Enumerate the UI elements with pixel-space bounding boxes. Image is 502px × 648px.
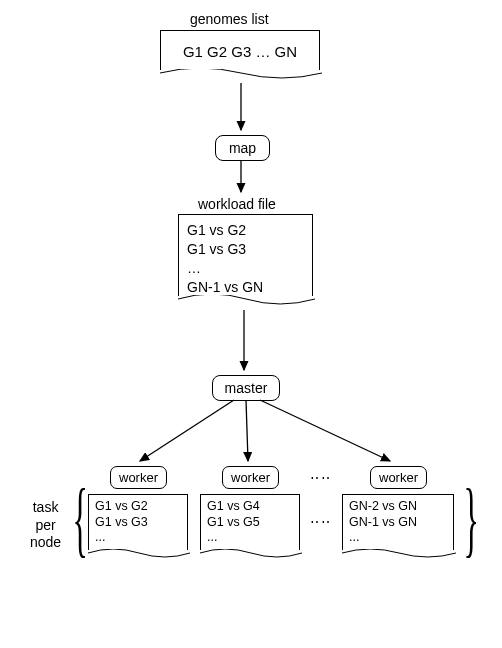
- doc-wave-icon: [342, 549, 456, 563]
- task1-l2: G1 vs G3: [95, 515, 183, 531]
- brace-left-icon: {: [73, 472, 88, 568]
- workload-line-4: GN-1 vs GN: [187, 278, 304, 297]
- master-node: master: [212, 375, 280, 401]
- arrow-master-worker2: [246, 400, 248, 461]
- diagram-canvas: genomes list G1 G2 G3 … GN map workload …: [0, 0, 502, 648]
- genomes-list-content: G1 G2 G3 … GN: [169, 37, 311, 62]
- workload-file-doc: G1 vs G2 G1 vs G3 … GN-1 vs GN: [178, 214, 313, 296]
- task3-l2: GN-1 vs GN: [349, 515, 449, 531]
- doc-wave-icon: [178, 295, 315, 311]
- doc-wave-icon: [200, 549, 302, 563]
- arrow-master-worker3: [260, 400, 390, 461]
- brace-right-icon: }: [464, 472, 479, 568]
- genomes-list-doc: G1 G2 G3 … GN: [160, 30, 320, 70]
- workload-file-title: workload file: [198, 196, 276, 212]
- workers-ellipsis: ‥‥: [310, 466, 332, 482]
- tpn-l2: per: [30, 517, 61, 535]
- tpn-l1: task: [30, 499, 61, 517]
- task-doc-1: G1 vs G2 G1 vs G3 ...: [88, 494, 188, 550]
- worker-node-2: worker: [222, 466, 279, 489]
- doc-wave-icon: [88, 549, 190, 563]
- task3-l1: GN-2 vs GN: [349, 499, 449, 515]
- worker-node-1: worker: [110, 466, 167, 489]
- task1-l3: ...: [95, 530, 183, 546]
- tpn-l3: node: [30, 534, 61, 552]
- tasks-ellipsis: ‥‥: [310, 510, 332, 526]
- task1-l1: G1 vs G2: [95, 499, 183, 515]
- doc-wave-icon: [160, 69, 322, 85]
- worker-node-3: worker: [370, 466, 427, 489]
- map-node: map: [215, 135, 270, 161]
- workload-line-1: G1 vs G2: [187, 221, 304, 240]
- workload-line-3: …: [187, 259, 304, 278]
- task-per-node-label: task per node: [30, 499, 61, 552]
- arrow-master-worker1: [140, 400, 234, 461]
- workload-line-2: G1 vs G3: [187, 240, 304, 259]
- task2-l1: G1 vs G4: [207, 499, 295, 515]
- task-doc-2: G1 vs G4 G1 vs G5 ...: [200, 494, 300, 550]
- task-doc-3: GN-2 vs GN GN-1 vs GN ...: [342, 494, 454, 550]
- task2-l2: G1 vs G5: [207, 515, 295, 531]
- task2-l3: ...: [207, 530, 295, 546]
- task3-l3: ...: [349, 530, 449, 546]
- genomes-list-title: genomes list: [190, 11, 269, 27]
